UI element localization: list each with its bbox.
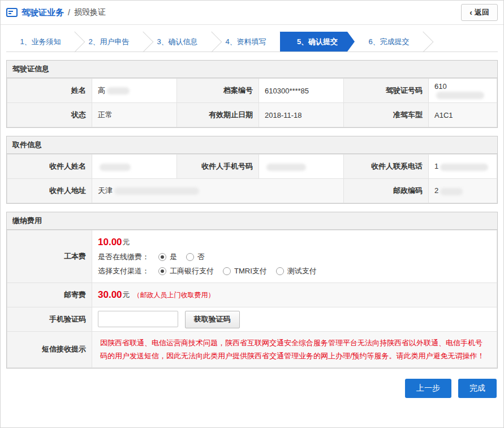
radio-online-pay-yes[interactable]: 是 [158,252,177,262]
radio-channel-test[interactable]: 测试支付 [276,266,317,276]
table-row: 短信接收提示 因陕西省联通、电信运营商技术问题，陕西省互联网交通安全综合服务管理… [7,332,497,368]
expiry-value: 2018-11-18 [259,103,344,127]
step-tab-1[interactable]: 1、业务须知 [6,32,75,52]
radio-unselected-icon [223,267,231,275]
footer-actions: 上一步 完成 [1,379,497,398]
license-info-section: 驾驶证信息 姓名 高 档案编号 610300****85 驾驶证号码 610 状… [6,60,498,128]
sms-code-input[interactable] [98,311,178,327]
previous-step-button[interactable]: 上一步 [405,379,451,398]
recipient-address-label: 收件人地址 [7,179,92,203]
radio-selected-icon [158,253,166,261]
recipient-address-value: 天津 [92,179,344,203]
zip-code-value: 2 [429,179,497,203]
license-card-icon [6,8,18,17]
pickup-info-title: 取件信息 [7,136,497,154]
step-tab-2[interactable]: 2、用户申告 [75,32,143,52]
get-sms-code-button[interactable]: 获取验证码 [185,311,240,328]
step-tab-3[interactable]: 3、确认信息 [143,32,212,52]
vehicle-type-value: A1C1 [429,103,497,127]
table-row: 状态 正常 有效期止日期 2018-11-18 准驾车型 A1C1 [7,103,497,127]
cost-fee-amount: 10.00 [98,237,122,248]
post-fee-note: （邮政人员上门收取费用） [133,290,215,300]
table-row: 工本费 10.00 元 是否在线缴费： 是 否 [7,230,497,283]
radio-online-pay-no[interactable]: 否 [186,252,205,262]
table-row: 手机验证码 获取验证码 [7,307,497,332]
table-row: 收件人姓名 收件人手机号码 收件人联系电话 1 [7,155,497,179]
finish-button[interactable]: 完成 [458,379,497,398]
radio-label: TMRI支付 [234,266,267,276]
cost-fee-unit: 元 [123,237,130,247]
name-value: 高 [92,79,177,103]
step-tab-label: 6、完成提交 [368,37,409,47]
page: 驾驶证业务 / 损毁换证 ‹ 返回 1、业务须知 2、用户申告 3、确认信息 4… [0,0,504,428]
fees-title: 缴纳费用 [7,212,497,230]
masked-data [100,164,131,171]
masked-data [440,188,463,195]
step-tab-label: 1、业务须知 [20,37,61,47]
license-no-label: 驾驶证号码 [344,79,429,103]
masked-data [440,164,488,171]
masked-data [436,92,484,99]
radio-label: 是 [170,252,177,262]
fees-section: 缴纳费用 工本费 10.00 元 是否在线缴费： 是 [6,212,498,369]
step-nav: 1、业务须知 2、用户申告 3、确认信息 4、资料填写 5、确认提交 6、完成提… [6,32,498,52]
radio-unselected-icon [186,253,194,261]
post-fee-amount: 30.00 [98,289,122,301]
sms-notice-text: 因陕西省联通、电信运营商技术问题，陕西省互联网交通安全综合服务管理平台无法向持陕… [98,334,491,365]
masked-data [266,164,306,171]
table-row: 邮寄费 30.00 元 （邮政人员上门收取费用） [7,283,497,307]
pickup-info-table: 收件人姓名 收件人手机号码 收件人联系电话 1 收件人地址 天津 邮政编码 2 [7,154,497,203]
name-label: 姓名 [7,79,92,103]
expiry-label: 有效期止日期 [177,103,259,127]
zip-code-label: 邮政编码 [344,179,429,203]
masked-data [114,187,199,195]
breadcrumb-current: 损毁换证 [74,7,106,18]
recipient-name-value [92,155,177,179]
topbar: 驾驶证业务 / 损毁换证 ‹ 返回 [1,1,503,25]
sms-notice-label: 短信接收提示 [7,332,92,368]
masked-data [107,87,130,95]
back-button[interactable]: ‹ 返回 [461,4,498,21]
step-tab-4[interactable]: 4、资料填写 [212,32,280,52]
step-tab-5-active[interactable]: 5、确认提交 [280,32,355,52]
post-fee-label: 邮寄费 [7,283,92,307]
radio-unselected-icon [276,267,284,275]
cost-fee-cell: 10.00 元 是否在线缴费： 是 否 [92,230,497,283]
status-label: 状态 [7,103,92,127]
table-row: 收件人地址 天津 邮政编码 2 [7,179,497,203]
sms-code-cell: 获取验证码 [92,307,497,332]
radio-label: 否 [197,252,205,262]
file-no-label: 档案编号 [177,79,259,103]
recipient-mobile-label: 收件人手机号码 [177,155,259,179]
file-no-value: 610300****85 [259,79,344,103]
step-tab-label: 4、资料填写 [225,37,266,47]
radio-channel-tmri[interactable]: TMRI支付 [223,266,267,276]
breadcrumb-separator: / [68,8,70,17]
cost-fee-label: 工本费 [7,230,92,283]
chevron-left-icon: ‹ [469,8,472,16]
radio-selected-icon [158,267,166,275]
step-tab-label: 5、确认提交 [297,37,338,47]
step-tab-6[interactable]: 6、完成提交 [355,32,423,52]
post-fee-cell: 30.00 元 （邮政人员上门收取费用） [92,283,497,307]
license-info-title: 驾驶证信息 [7,61,497,78]
fees-table: 工本费 10.00 元 是否在线缴费： 是 否 [7,230,497,368]
recipient-mobile-value [259,155,344,179]
step-tab-label: 3、确认信息 [157,37,197,47]
online-pay-label: 是否在线缴费： [98,252,149,262]
step-tab-label: 2、用户申告 [88,37,129,47]
post-fee-unit: 元 [123,290,130,300]
page-title: 驾驶证业务 [21,7,64,18]
radio-channel-icbc[interactable]: 工商银行支付 [158,266,214,276]
table-row: 姓名 高 档案编号 610300****85 驾驶证号码 610 [7,79,497,103]
radio-label: 工商银行支付 [170,266,214,276]
sms-notice-cell: 因陕西省联通、电信运营商技术问题，陕西省互联网交通安全综合服务管理平台无法向持陕… [92,332,497,368]
recipient-name-label: 收件人姓名 [7,155,92,179]
license-no-value: 610 [429,79,497,103]
recipient-phone-value: 1 [429,155,497,179]
vehicle-type-label: 准驾车型 [344,103,429,127]
status-value: 正常 [92,103,177,127]
back-label: 返回 [475,7,489,18]
recipient-phone-label: 收件人联系电话 [344,155,429,179]
sms-code-label: 手机验证码 [7,307,92,332]
